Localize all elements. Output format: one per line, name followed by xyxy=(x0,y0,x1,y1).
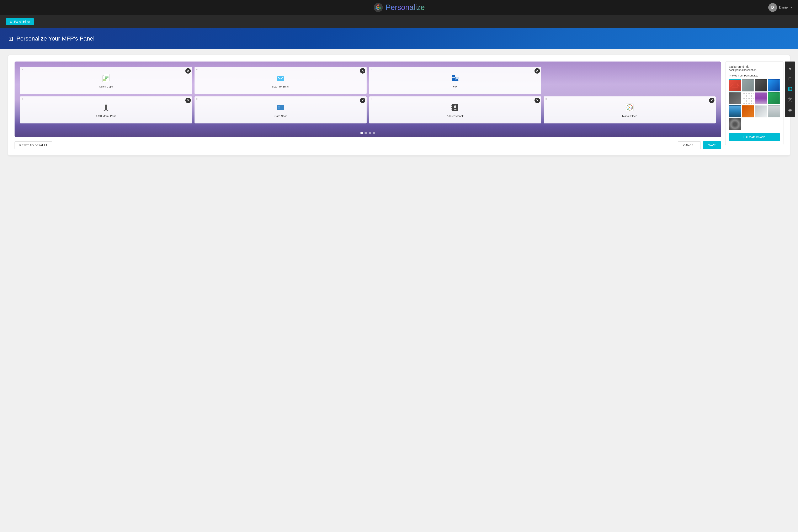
remove-card-shot-button[interactable]: ✕ xyxy=(360,98,365,103)
sidebar-icons: ★ ⊞ 🖼 文 ◉ xyxy=(785,61,795,117)
pagination-dot-3[interactable] xyxy=(369,132,371,134)
grid-icon-button[interactable]: ⊞ xyxy=(785,74,795,84)
panel-editor-label: Panel Editor xyxy=(14,20,30,23)
svg-point-42 xyxy=(631,108,632,109)
pagination-dots xyxy=(15,129,721,137)
quick-copy-icon xyxy=(101,73,111,83)
photo-thumb-5[interactable] xyxy=(729,92,741,104)
svg-point-34 xyxy=(454,106,456,108)
svg-point-2 xyxy=(377,4,379,6)
panel-area: ⠿ ✕ xyxy=(15,61,783,149)
scan-to-email-label: Scan To Email xyxy=(272,85,289,88)
app-tile-scan-to-email: ⠿ ✕ Scan To Email xyxy=(194,67,366,94)
panel-editor-button[interactable]: ⊞ Panel Editor xyxy=(6,18,34,25)
address-book-label: Address Book xyxy=(447,114,463,118)
svg-rect-31 xyxy=(451,106,452,106)
remove-fax-button[interactable]: ✕ xyxy=(534,68,540,74)
drag-handle-fax: ⠿ xyxy=(371,69,372,71)
sub-nav: ⊞ Panel Editor xyxy=(0,15,798,28)
pagination-dot-1[interactable] xyxy=(360,132,363,134)
drag-handle-usb: ⠿ xyxy=(22,98,23,100)
svg-point-17 xyxy=(457,79,457,80)
photo-thumb-4[interactable] xyxy=(768,79,780,92)
svg-rect-11 xyxy=(103,79,106,81)
svg-point-39 xyxy=(629,107,630,108)
empty-slot-1 xyxy=(544,67,716,94)
top-nav: Personalize D Daniel ▾ xyxy=(0,0,798,15)
svg-point-40 xyxy=(631,105,632,107)
app-title: Personalize xyxy=(386,3,425,12)
app-logo-icon xyxy=(373,2,383,13)
remove-address-book-button[interactable]: ✕ xyxy=(534,98,540,103)
logo-area: Personalize xyxy=(373,2,425,13)
right-panel: backgroundTitle backgroundDescription Ph… xyxy=(725,61,783,145)
svg-point-16 xyxy=(456,79,456,80)
photo-thumb-2[interactable] xyxy=(742,79,754,92)
apps-grid: ⠿ ✕ xyxy=(15,61,721,129)
pin-icon-button[interactable]: ★ xyxy=(785,63,795,74)
drag-handle-card-shot: ⠿ xyxy=(196,98,197,100)
svg-point-4 xyxy=(376,7,378,10)
pagination-dot-4[interactable] xyxy=(373,132,375,134)
fax-label: Fax xyxy=(453,85,457,88)
editor-card: ⠿ ✕ xyxy=(8,55,790,155)
user-area: D Daniel ▾ xyxy=(768,3,792,12)
svg-rect-12 xyxy=(277,76,284,81)
svg-point-18 xyxy=(458,79,458,80)
upload-image-button[interactable]: UPLOAD IMAGE xyxy=(729,133,780,141)
photo-thumb-9[interactable] xyxy=(729,105,741,117)
chevron-down-icon[interactable]: ▾ xyxy=(791,6,792,9)
photo-thumb-13[interactable] xyxy=(729,118,741,131)
palette-icon-button[interactable]: ◉ xyxy=(785,105,795,115)
photo-thumb-8[interactable] xyxy=(768,92,780,104)
remove-usb-button[interactable]: ✕ xyxy=(185,98,191,103)
marketplace-icon xyxy=(625,102,635,112)
background-description: backgroundDescription xyxy=(729,69,780,72)
card-shot-icon xyxy=(276,102,286,112)
photo-thumb-6[interactable] xyxy=(742,92,754,104)
app-tile-card-shot: ⠿ ✕ xyxy=(194,96,366,124)
svg-point-41 xyxy=(627,109,629,110)
translate-icon-button[interactable]: 文 xyxy=(785,94,795,105)
svg-rect-33 xyxy=(451,109,452,110)
svg-point-5 xyxy=(377,7,379,8)
pagination-dot-2[interactable] xyxy=(364,132,367,134)
image-icon-button[interactable]: 🖼 xyxy=(785,84,795,94)
save-button[interactable]: SAVE xyxy=(703,141,721,149)
app-tile-fax: ⠿ ✕ xyxy=(369,67,541,94)
confirm-buttons: CANCEL SAVE xyxy=(678,141,721,149)
svg-rect-15 xyxy=(456,77,458,79)
usb-icon xyxy=(101,102,111,112)
photo-thumb-12[interactable] xyxy=(768,105,780,117)
photo-thumb-1[interactable] xyxy=(729,79,741,92)
photo-thumb-3[interactable] xyxy=(755,79,767,92)
app-tile-usb-mem-print: ⠿ ✕ xyxy=(20,96,192,124)
photo-thumb-10[interactable] xyxy=(742,105,754,117)
svg-rect-27 xyxy=(281,108,283,108)
quick-copy-label: Quick Copy xyxy=(99,85,113,88)
drag-handle-quick-copy: ⠿ xyxy=(22,69,23,71)
svg-rect-28 xyxy=(281,109,283,109)
app-tile-marketplace: ⠿ ✕ xyxy=(544,96,716,124)
svg-rect-32 xyxy=(451,107,452,108)
cancel-button[interactable]: CANCEL xyxy=(678,141,701,149)
background-title: backgroundTitle xyxy=(729,65,780,69)
svg-rect-26 xyxy=(281,107,283,107)
photo-thumb-11[interactable] xyxy=(755,105,767,117)
photo-thumb-7[interactable] xyxy=(755,92,767,104)
mfp-preview: ⠿ ✕ xyxy=(15,61,721,137)
remove-quick-copy-button[interactable]: ✕ xyxy=(185,68,191,74)
fax-icon xyxy=(450,73,460,83)
photos-label: Photos from Personalize xyxy=(729,74,780,77)
drag-handle-marketplace: ⠿ xyxy=(545,98,547,100)
remove-marketplace-button[interactable]: ✕ xyxy=(709,98,715,103)
svg-rect-22 xyxy=(104,106,105,107)
drag-handle-scan-to-email: ⠿ xyxy=(196,69,197,71)
svg-point-29 xyxy=(278,107,280,108)
remove-scan-to-email-button[interactable]: ✕ xyxy=(360,68,365,74)
app-tile-quick-copy: ⠿ ✕ xyxy=(20,67,192,94)
card-shot-label: Card Shot xyxy=(274,114,287,118)
background-settings-card: backgroundTitle backgroundDescription Ph… xyxy=(725,61,783,145)
app-tile-address-book: ⠿ ✕ xyxy=(369,96,541,124)
reset-to-default-button[interactable]: RESET TO DEFAULT xyxy=(15,141,52,149)
